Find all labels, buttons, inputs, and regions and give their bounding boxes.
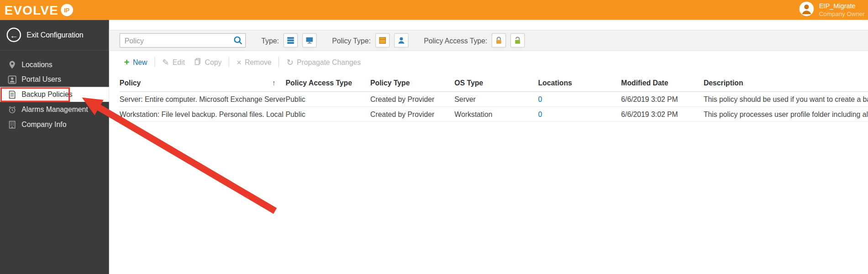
cell-policy-access-type: Public bbox=[286, 106, 370, 121]
access-private-lock-filter-button[interactable] bbox=[492, 33, 506, 48]
avatar bbox=[799, 1, 815, 19]
cell-policy-type: Created by Provider bbox=[370, 92, 454, 107]
edit-button-label: Edit bbox=[173, 58, 185, 66]
column-header-description[interactable]: Description bbox=[704, 73, 868, 92]
column-header-modified-date[interactable]: Modified Date bbox=[621, 73, 704, 92]
sidebar-item-alarms-management[interactable]: Alarms Management bbox=[0, 102, 109, 117]
remove-button-label: Remove bbox=[245, 58, 272, 66]
sidebar-item-label: Locations bbox=[21, 60, 52, 68]
refresh-arrows-icon: ↻ bbox=[286, 58, 293, 66]
type-server-filter-button[interactable] bbox=[283, 33, 298, 48]
sidebar-divider bbox=[0, 50, 109, 50]
sidebar-item-label: Backup Policies bbox=[21, 90, 72, 99]
policy-type-filter-label: Policy Type: bbox=[332, 36, 371, 44]
search-icon[interactable] bbox=[233, 36, 243, 46]
copy-button-label: Copy bbox=[205, 58, 222, 66]
logo-text: EVOLVE bbox=[5, 4, 58, 16]
search-input[interactable] bbox=[120, 33, 246, 48]
cell-os-type: Workstation bbox=[454, 106, 538, 121]
table-row[interactable]: Server: Entire computer. Microsoft Excha… bbox=[120, 92, 868, 107]
location-pin-icon bbox=[8, 60, 16, 69]
cell-policy: Server: Entire computer. Microsoft Excha… bbox=[120, 92, 286, 107]
exit-configuration-label: Exit Configuration bbox=[26, 31, 83, 39]
cell-policy-access-type: Public bbox=[286, 92, 370, 107]
building-icon bbox=[8, 120, 16, 128]
table-header-row: Policy ↑ Policy Access Type Policy Type … bbox=[120, 73, 868, 92]
app-window: EVOLVE IP EIP_Migrate Company Owner ← Ex… bbox=[0, 0, 868, 274]
policy-access-type-filter-group: Policy Access Type: bbox=[424, 33, 525, 48]
portal-user-icon bbox=[8, 75, 16, 84]
back-arrow-icon: ← bbox=[7, 28, 21, 42]
column-header-locations[interactable]: Locations bbox=[538, 73, 621, 92]
column-header-label: Policy bbox=[120, 79, 141, 87]
toolbar-separator bbox=[154, 57, 155, 67]
remove-button[interactable]: × Remove bbox=[232, 56, 276, 68]
propagate-changes-button[interactable]: ↻ Propagate Changes bbox=[282, 56, 365, 68]
type-filter-group: Type: bbox=[261, 33, 316, 48]
sidebar-item-label: Company Info bbox=[21, 120, 66, 128]
alarm-clock-icon bbox=[8, 105, 16, 114]
locations-count-link[interactable]: 0 bbox=[538, 110, 542, 118]
type-workstation-filter-button[interactable] bbox=[302, 33, 317, 48]
column-header-policy[interactable]: Policy ↑ bbox=[120, 73, 286, 92]
access-public-lock-filter-button[interactable] bbox=[510, 33, 525, 48]
exit-configuration-button[interactable]: ← Exit Configuration bbox=[0, 20, 109, 50]
cell-modified-date: 6/6/2019 3:02 PM bbox=[621, 106, 704, 121]
sidebar-item-label: Alarms Management bbox=[21, 105, 88, 113]
toolbar-separator bbox=[279, 57, 279, 67]
main-content: Type: Policy Type: Policy Access Type: bbox=[109, 20, 868, 274]
sidebar: ← Exit Configuration Locations Portal Us… bbox=[0, 20, 109, 274]
table-row[interactable]: Workstation: File level backup. Personal… bbox=[120, 106, 868, 121]
column-header-policy-access-type[interactable]: Policy Access Type bbox=[286, 73, 370, 92]
propagate-changes-label: Propagate Changes bbox=[297, 58, 361, 66]
cell-policy: Workstation: File level backup. Personal… bbox=[120, 106, 286, 121]
policy-type-filter-group: Policy Type: bbox=[332, 33, 408, 48]
policies-table: Policy ↑ Policy Access Type Policy Type … bbox=[120, 73, 868, 122]
policy-type-provider-filter-button[interactable] bbox=[375, 33, 390, 48]
column-header-os-type[interactable]: OS Type bbox=[454, 73, 538, 92]
copy-icon bbox=[194, 58, 201, 66]
policy-search bbox=[120, 33, 246, 48]
x-icon: × bbox=[237, 58, 242, 66]
actions-toolbar: + New ✎ Edit Copy × Remove ↻ P bbox=[109, 51, 868, 73]
pencil-icon: ✎ bbox=[162, 58, 169, 66]
sort-ascending-icon: ↑ bbox=[272, 79, 276, 87]
new-button[interactable]: + New bbox=[120, 55, 152, 69]
policy-access-type-filter-label: Policy Access Type: bbox=[424, 36, 487, 44]
type-filter-label: Type: bbox=[261, 36, 279, 44]
user-menu[interactable]: EIP_Migrate Company Owner bbox=[799, 1, 865, 19]
logo-ip-badge: IP bbox=[61, 4, 73, 16]
cell-description: This policy processes user profile folde… bbox=[704, 106, 868, 121]
copy-button[interactable]: Copy bbox=[189, 55, 226, 68]
edit-button[interactable]: ✎ Edit bbox=[158, 56, 189, 68]
toolbar-separator bbox=[229, 57, 229, 67]
user-name: EIP_Migrate bbox=[819, 3, 856, 11]
top-bar: EVOLVE IP EIP_Migrate Company Owner bbox=[0, 0, 868, 20]
sidebar-item-label: Portal Users bbox=[21, 75, 61, 84]
new-button-label: New bbox=[133, 58, 147, 66]
evolve-ip-logo: EVOLVE IP bbox=[5, 4, 73, 16]
column-header-policy-type[interactable]: Policy Type bbox=[370, 73, 454, 92]
sidebar-item-company-info[interactable]: Company Info bbox=[0, 117, 109, 132]
sidebar-item-portal-users[interactable]: Portal Users bbox=[0, 72, 109, 87]
cell-description: This policy should be used if you want t… bbox=[704, 92, 868, 107]
locations-count-link[interactable]: 0 bbox=[538, 95, 542, 103]
cell-modified-date: 6/6/2019 3:02 PM bbox=[621, 92, 704, 107]
policy-type-user-filter-button[interactable] bbox=[394, 33, 409, 48]
user-role: Company Owner bbox=[819, 11, 865, 17]
filter-bar: Type: Policy Type: Policy Access Type: bbox=[109, 30, 868, 51]
sidebar-item-locations[interactable]: Locations bbox=[0, 57, 109, 72]
sidebar-item-backup-policies[interactable]: Backup Policies bbox=[0, 87, 109, 102]
cell-os-type: Server bbox=[454, 92, 538, 107]
backup-policies-icon bbox=[8, 90, 16, 99]
cell-policy-type: Created by Provider bbox=[370, 106, 454, 121]
plus-icon: + bbox=[124, 57, 130, 67]
